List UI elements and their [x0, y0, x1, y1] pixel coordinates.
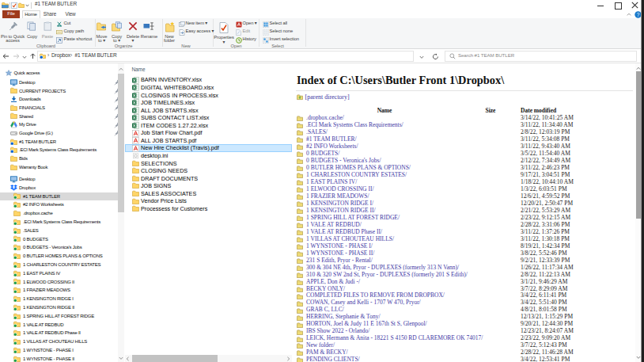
- svg-text:?: ?: [637, 11, 640, 17]
